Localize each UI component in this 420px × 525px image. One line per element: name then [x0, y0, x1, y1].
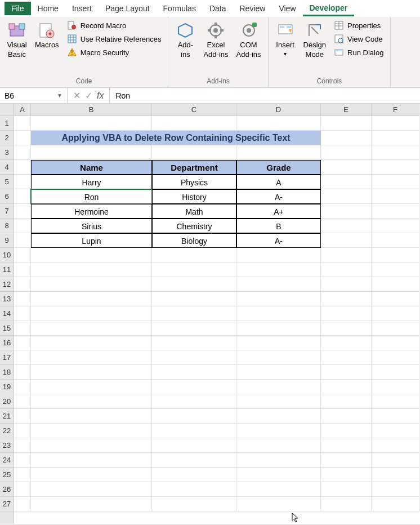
- cell[interactable]: [236, 306, 321, 321]
- cell[interactable]: [152, 365, 236, 380]
- table-cell[interactable]: Sirius: [31, 219, 152, 233]
- cell[interactable]: [14, 145, 31, 160]
- cell[interactable]: [321, 321, 372, 336]
- cell[interactable]: [321, 482, 372, 497]
- col-header-d[interactable]: D: [236, 104, 321, 116]
- cell[interactable]: [14, 175, 31, 189]
- macro-security-button[interactable]: ! Macro Security: [65, 46, 164, 59]
- cell[interactable]: [321, 365, 372, 380]
- tab-data[interactable]: Data: [203, 2, 233, 15]
- enter-formula-icon[interactable]: ✓: [85, 90, 92, 101]
- cell[interactable]: [31, 482, 152, 497]
- col-header-c[interactable]: C: [152, 104, 236, 116]
- cell[interactable]: [152, 468, 236, 482]
- table-cell[interactable]: A+: [236, 204, 321, 219]
- cell[interactable]: [372, 394, 419, 409]
- cell[interactable]: [321, 380, 372, 394]
- cell[interactable]: [236, 468, 321, 482]
- cell[interactable]: [152, 321, 236, 336]
- cell[interactable]: [372, 219, 419, 233]
- cell[interactable]: [152, 497, 236, 511]
- cell[interactable]: [152, 380, 236, 394]
- table-cell[interactable]: Lupin: [31, 233, 152, 248]
- table-header[interactable]: Grade: [236, 160, 321, 175]
- table-cell[interactable]: Ron: [31, 189, 152, 204]
- cell[interactable]: [372, 350, 419, 365]
- cell[interactable]: [236, 394, 321, 409]
- row-header[interactable]: 5: [0, 175, 14, 189]
- row-header[interactable]: 16: [0, 336, 14, 350]
- macros-button[interactable]: Macros: [33, 19, 61, 51]
- cell[interactable]: [152, 453, 236, 468]
- cell[interactable]: [372, 336, 419, 350]
- design-mode-button[interactable]: Design Mode: [301, 19, 328, 61]
- tab-file[interactable]: File: [5, 2, 31, 15]
- cell[interactable]: [321, 424, 372, 438]
- cell[interactable]: [152, 424, 236, 438]
- cell[interactable]: [152, 306, 236, 321]
- cell[interactable]: [321, 219, 372, 233]
- cell[interactable]: [31, 497, 152, 511]
- view-code-button[interactable]: View Code: [332, 33, 386, 45]
- visual-basic-button[interactable]: Visual Basic: [5, 19, 29, 61]
- cell[interactable]: [31, 321, 152, 336]
- table-cell[interactable]: Chemistry: [152, 219, 236, 233]
- row-header[interactable]: 27: [0, 497, 14, 511]
- cell[interactable]: [236, 350, 321, 365]
- cell[interactable]: [321, 189, 372, 204]
- cell[interactable]: [31, 380, 152, 394]
- cell[interactable]: [236, 409, 321, 424]
- cell[interactable]: [152, 336, 236, 350]
- cell[interactable]: [321, 262, 372, 277]
- cell[interactable]: [372, 468, 419, 482]
- cell[interactable]: [372, 116, 419, 131]
- cell[interactable]: [14, 306, 31, 321]
- cell[interactable]: [14, 248, 31, 262]
- cell[interactable]: [372, 262, 419, 277]
- cell[interactable]: [372, 380, 419, 394]
- row-header[interactable]: 10: [0, 248, 14, 262]
- cell[interactable]: [152, 350, 236, 365]
- table-header[interactable]: Name: [31, 160, 152, 175]
- cell[interactable]: [372, 175, 419, 189]
- cell[interactable]: [152, 145, 236, 160]
- cell[interactable]: [372, 453, 419, 468]
- cell[interactable]: [31, 277, 152, 292]
- tab-insert[interactable]: Insert: [65, 2, 99, 15]
- cell[interactable]: [321, 175, 372, 189]
- table-cell[interactable]: Math: [152, 204, 236, 219]
- cell[interactable]: [14, 424, 31, 438]
- cell[interactable]: [14, 321, 31, 336]
- cell[interactable]: [321, 248, 372, 262]
- cell[interactable]: [14, 233, 31, 248]
- cell[interactable]: [321, 409, 372, 424]
- cell[interactable]: [14, 438, 31, 453]
- cell[interactable]: [31, 453, 152, 468]
- tab-review[interactable]: Review: [233, 2, 272, 15]
- cell[interactable]: [236, 292, 321, 306]
- cell[interactable]: [236, 336, 321, 350]
- col-header-b[interactable]: B: [31, 104, 152, 116]
- cell[interactable]: [31, 350, 152, 365]
- row-header[interactable]: 12: [0, 277, 14, 292]
- cell[interactable]: [14, 160, 31, 175]
- cell[interactable]: [31, 145, 152, 160]
- row-header[interactable]: 15: [0, 321, 14, 336]
- cell[interactable]: [236, 482, 321, 497]
- row-header[interactable]: 21: [0, 409, 14, 424]
- cell[interactable]: [372, 248, 419, 262]
- row-header[interactable]: 13: [0, 292, 14, 306]
- cell[interactable]: [31, 438, 152, 453]
- select-all-corner[interactable]: [0, 104, 14, 116]
- cell[interactable]: [372, 189, 419, 204]
- cell[interactable]: [236, 321, 321, 336]
- cell[interactable]: [321, 306, 372, 321]
- cell[interactable]: [14, 380, 31, 394]
- tab-page-layout[interactable]: Page Layout: [99, 2, 157, 15]
- com-addins-button[interactable]: COM Add-ins: [234, 19, 263, 61]
- cell[interactable]: [372, 131, 419, 145]
- cell[interactable]: [321, 277, 372, 292]
- row-header[interactable]: 26: [0, 482, 14, 497]
- cell[interactable]: [321, 131, 372, 145]
- cell[interactable]: [372, 438, 419, 453]
